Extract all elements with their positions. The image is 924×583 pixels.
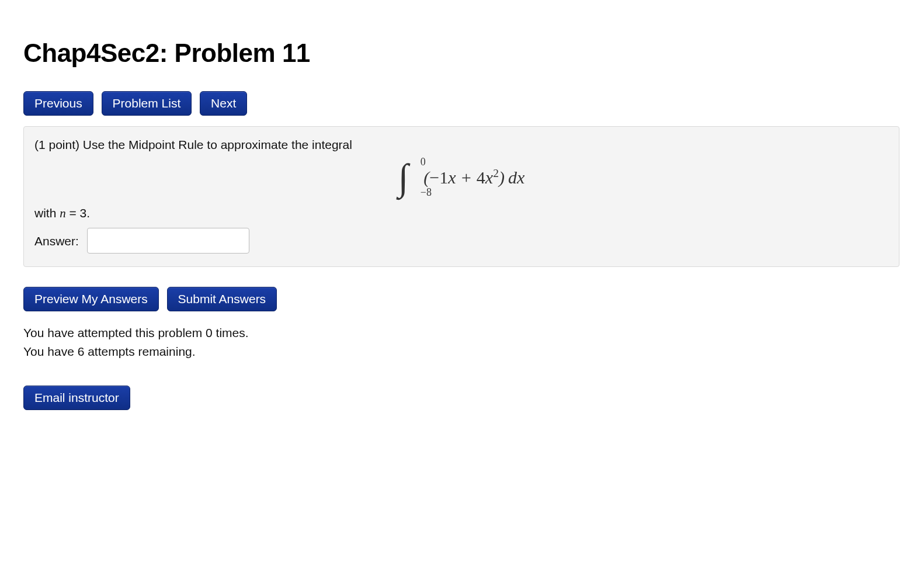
problem-list-button[interactable]: Problem List xyxy=(102,91,192,116)
email-row: Email instructor xyxy=(23,386,899,410)
answer-input[interactable] xyxy=(87,228,249,254)
answer-line: Answer: xyxy=(34,228,888,254)
problem-intro: (1 point) Use the Midpoint Rule to appro… xyxy=(34,136,888,153)
status-text: You have attempted this problem 0 times.… xyxy=(23,324,899,360)
problem-box: (1 point) Use the Midpoint Rule to appro… xyxy=(23,126,899,268)
attempts-remaining: You have 6 attempts remaining. xyxy=(23,343,899,360)
integral-lower-limit: −8 xyxy=(421,187,432,197)
with-n-eq: = 3. xyxy=(66,206,90,220)
action-row: Preview My Answers Submit Answers xyxy=(23,287,899,311)
integrand: (−1x + 4x2) dx xyxy=(423,165,524,190)
integral-display: ∫ 0 −8 (−1x + 4x2) dx xyxy=(34,159,888,196)
previous-button[interactable]: Previous xyxy=(23,91,93,116)
with-n-prefix: with xyxy=(34,206,60,220)
attempts-made: You have attempted this problem 0 times. xyxy=(23,324,899,341)
preview-answers-button[interactable]: Preview My Answers xyxy=(23,287,159,311)
with-n-var: n xyxy=(60,206,66,220)
nav-row: Previous Problem List Next xyxy=(23,91,899,116)
with-n-line: with n = 3. xyxy=(34,204,888,222)
page-container: Chap4Sec2: Problem 11 Previous Problem L… xyxy=(0,0,923,445)
submit-answers-button[interactable]: Submit Answers xyxy=(167,287,277,311)
page-title: Chap4Sec2: Problem 11 xyxy=(23,35,899,71)
answer-label: Answer: xyxy=(34,232,79,249)
integral-icon: ∫ 0 −8 xyxy=(398,159,409,196)
next-button[interactable]: Next xyxy=(200,91,247,116)
integral-upper-limit: 0 xyxy=(421,157,426,167)
email-instructor-button[interactable]: Email instructor xyxy=(23,386,130,410)
